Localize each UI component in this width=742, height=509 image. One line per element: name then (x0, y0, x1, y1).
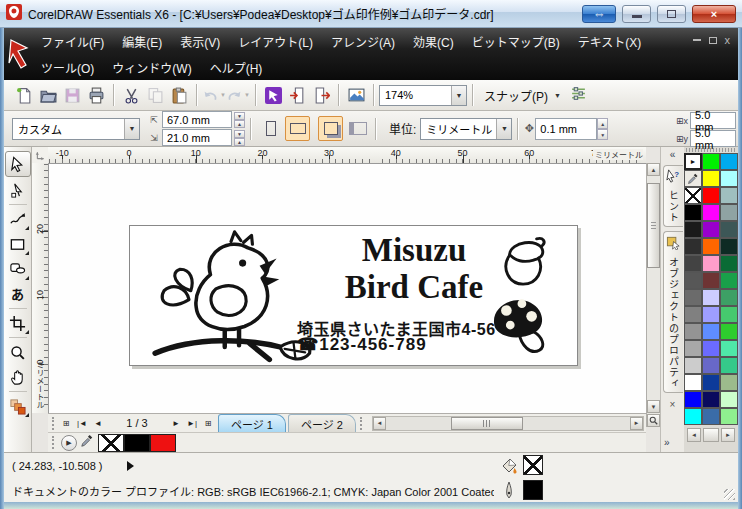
page-tab-2[interactable]: ページ 2 (288, 414, 356, 432)
cut-button[interactable] (119, 83, 143, 107)
drawing-canvas[interactable]: Misuzu Bird Cafe 埼玉県さいたま王国市4-56 ☎123-456… (48, 163, 646, 413)
menu-bitmaps[interactable]: ビットマップ(B) (463, 30, 569, 53)
palette-swatch[interactable] (720, 272, 738, 289)
stamp-phone-text[interactable]: ☎123-456-789 (297, 334, 427, 355)
document-palette-flyout-button[interactable]: ▶ (61, 435, 77, 451)
vertical-scroll-thumb[interactable] (647, 183, 660, 268)
child-minimize-icon[interactable] (693, 39, 701, 41)
search-content-button[interactable] (261, 83, 285, 107)
palette-swatch[interactable] (684, 374, 702, 391)
palette-swatch[interactable] (720, 340, 738, 357)
palette-swatch[interactable] (702, 323, 720, 340)
vertical-scrollbar[interactable]: ▲ ▼ (646, 163, 660, 427)
status-flyout-icon[interactable] (127, 461, 134, 471)
ruler-origin-button[interactable] (32, 147, 49, 164)
palette-swatch[interactable] (702, 170, 720, 187)
palette-swatch[interactable] (720, 289, 738, 306)
drag-handle[interactable] (52, 417, 54, 430)
close-button[interactable]: × (692, 5, 736, 23)
portrait-button[interactable] (258, 116, 283, 141)
palette-swatch[interactable] (720, 391, 738, 408)
last-page-button[interactable]: ►| (184, 416, 200, 431)
palette-swatch[interactable] (720, 221, 738, 238)
menu-tools[interactable]: ツール(O) (32, 56, 103, 79)
fill-color-swatch[interactable] (523, 455, 543, 475)
resize-grip[interactable] (724, 489, 735, 500)
palette-swatch[interactable] (684, 272, 702, 289)
menu-text[interactable]: テキスト(X) (569, 30, 651, 53)
hints-docker-tab[interactable]: ? ヒント (663, 165, 683, 227)
export-button[interactable] (309, 83, 333, 107)
eyedropper-icon[interactable] (80, 434, 94, 452)
object-properties-docker-tab[interactable]: オブジェクトのプロパティ (663, 231, 683, 393)
rectangle-tool[interactable] (6, 232, 30, 256)
palette-swatch[interactable] (684, 357, 702, 374)
crop-tool[interactable] (6, 311, 30, 335)
current-page-button[interactable] (345, 116, 370, 141)
palette-swatch[interactable] (684, 323, 702, 340)
no-color-swatch[interactable] (98, 434, 124, 452)
menu-arrange[interactable]: アレンジ(A) (322, 30, 404, 53)
menu-help[interactable]: ヘルプ(H) (201, 56, 272, 79)
expand-palette-button[interactable]: » (664, 437, 670, 448)
new-document-button[interactable] (12, 83, 36, 107)
interactive-fill-tool[interactable] (6, 394, 30, 418)
horizontal-scrollbar[interactable]: ◄ ► (372, 416, 644, 431)
paste-button[interactable] (167, 83, 191, 107)
palette-swatch[interactable] (702, 289, 720, 306)
application-launcher-button[interactable] (344, 83, 368, 107)
palette-swatch[interactable] (702, 272, 720, 289)
palette-swatch[interactable] (720, 357, 738, 374)
document-page[interactable]: Misuzu Bird Cafe 埼玉県さいたま王国市4-56 ☎123-456… (129, 225, 578, 366)
undo-button[interactable]: ▼ (202, 83, 226, 107)
menu-window[interactable]: ウィンドウ(W) (103, 56, 200, 79)
pan-tool[interactable] (6, 365, 30, 389)
mushroom-illustration[interactable] (488, 294, 550, 362)
all-pages-button[interactable] (318, 116, 343, 141)
palette-swatch[interactable] (702, 221, 720, 238)
horizontal-ruler[interactable]: ミリメートル -10010203040506070 (48, 147, 646, 164)
vertical-ruler[interactable]: ミリメートル 20100 (32, 163, 49, 413)
menu-file[interactable]: ファイル(F) (32, 30, 113, 53)
navigator-icon[interactable] (647, 414, 660, 427)
print-button[interactable] (84, 83, 108, 107)
child-close-icon[interactable]: x (725, 34, 731, 46)
page-width-spinner[interactable]: ▼▲ (234, 112, 245, 128)
palette-swatch[interactable] (684, 306, 702, 323)
minimize-button[interactable] (622, 5, 651, 23)
palette-eyedropper-icon[interactable] (684, 170, 702, 187)
menu-effects[interactable]: 効果(C) (404, 30, 463, 53)
palette-swatch[interactable] (720, 306, 738, 323)
palette-swatch[interactable] (702, 255, 720, 272)
palette-no-color-swatch[interactable] (684, 187, 702, 204)
palette-swatch[interactable] (702, 306, 720, 323)
palette-swatch[interactable] (720, 170, 738, 187)
color-swatch[interactable] (150, 434, 176, 452)
palette-swatch[interactable] (684, 238, 702, 255)
palette-swatch[interactable] (720, 204, 738, 221)
maximize-button[interactable] (657, 5, 686, 23)
palette-swatch[interactable] (720, 374, 738, 391)
open-button[interactable] (36, 83, 60, 107)
palette-swatch[interactable] (684, 340, 702, 357)
redo-button[interactable]: ▼ (226, 83, 250, 107)
color-swatch[interactable] (124, 434, 150, 452)
palette-swatch[interactable] (720, 187, 738, 204)
nudge-offset-field[interactable]: 0.1 mm (535, 118, 597, 140)
palette-swatch[interactable] (720, 323, 738, 340)
docker-close-icon[interactable]: × (670, 399, 676, 410)
palette-swatch[interactable] (684, 391, 702, 408)
child-restore-icon[interactable] (709, 37, 717, 44)
pick-tool[interactable] (5, 151, 31, 177)
palette-swatch[interactable] (720, 408, 738, 425)
palette-swatch[interactable] (702, 391, 720, 408)
palette-swatch[interactable] (702, 408, 720, 425)
palette-swatch[interactable] (702, 187, 720, 204)
palette-swatch[interactable] (684, 255, 702, 272)
menu-layout[interactable]: レイアウト(L) (229, 30, 322, 53)
shape-tool[interactable] (6, 178, 30, 202)
palette-swatch[interactable] (684, 221, 702, 238)
zoom-tool[interactable] (6, 340, 30, 364)
palette-swatch[interactable] (702, 374, 720, 391)
palette-scroll-left-icon[interactable]: ◄ (687, 428, 701, 442)
